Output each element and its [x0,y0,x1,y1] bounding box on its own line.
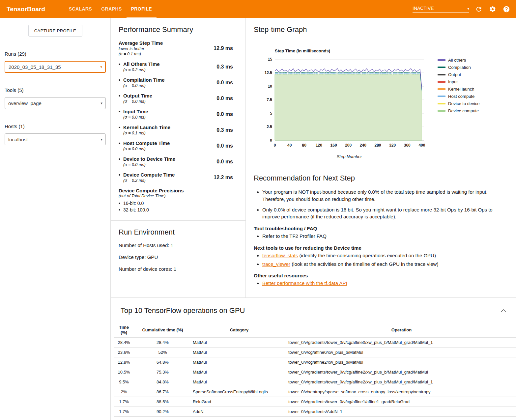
svg-text:160: 160 [330,143,337,148]
tools-select[interactable]: overview_page ▾ [5,97,106,109]
summary-item-label: •Host Compute Time [119,140,208,146]
reco-bullet: Your program is NOT input-bound because … [262,188,508,203]
table-row: 23.6%52%MatMultower_0/v/cg/affine0/xw_pl… [114,348,516,357]
header-tabs: SCALARSGRAPHSPROFILE [64,0,157,18]
svg-text:15: 15 [268,57,272,62]
hosts-label: Hosts (1) [5,124,110,129]
column-header: Time (%) [114,322,134,338]
top-ops-table: Time (%)Cumulative time (%)CategoryOpera… [114,322,516,420]
summary-item-value: 12.9 ms [208,45,233,51]
run-environment-lines: Number of Hosts used: 1Device type: GPUN… [119,242,238,272]
bullet-icon: • [119,108,123,115]
summary-item-text: •Kernel Launch Time(σ = 0.1 ms) [119,124,208,136]
settings-gear-icon[interactable] [488,5,497,14]
precisions-items: •16-bit: 0.0•32-bit: 100.0 [119,200,238,213]
precision-item: •16-bit: 0.0 [119,200,238,207]
svg-text:240: 240 [360,143,366,148]
table-row: 1.7%91.9%ApplyGradientDescentappend_appl… [114,417,516,420]
svg-text:12.5: 12.5 [265,70,272,75]
svg-text:200: 200 [345,143,352,148]
summary-item-label-text: Device Compute Time [123,172,175,178]
reco-sub-item: Better performance with the tf.data API [262,280,508,287]
reco-sub-item: trace_viewer (look at the activities on … [262,261,508,268]
summary-item-note: (σ = 0.1 ms) [123,130,208,136]
summary-item-value: 0.3 ms [208,64,233,70]
svg-text:40: 40 [287,143,292,148]
cell-category: MatMul [191,367,287,377]
reco-sections: Tool troubleshooting / FAQRefer to the T… [254,226,508,287]
summary-item-label-text: Kernel Launch Time [123,125,170,130]
summary-item-note: (σ = 0.1 ms) [119,51,208,57]
cell-time: 10.5% [114,367,134,377]
cell-operation: tower_0/v/gradients/tower_0/v/cg/affine2… [287,377,516,387]
column-header: Category [191,322,287,338]
summary-item-note: (σ = 0.0 ms) [123,115,208,120]
cell-category: MatMul [191,348,287,357]
cell-category: AddN [191,407,287,417]
cell-operation: append_apply_gradient_ops/GradientDescen… [287,417,516,420]
summary-item-text: •All Others Time(σ = 0.2 ms) [119,61,208,72]
header-actions: INACTIVE ▾ [413,0,511,18]
chart-legend: All othersCompilationOutputInputKernel l… [438,48,479,159]
summary-item-text: •Device to Device Time(σ = 0.0 ms) [119,156,208,167]
step-time-graph-title: Step-time Graph [254,25,508,34]
main-content: Performance Summary Average Step Timelow… [110,18,516,420]
legend-item: Input [438,79,479,84]
reco-link[interactable]: tensorflow_stats [262,253,298,258]
legend-label: Device to device [448,101,479,106]
legend-item: Host compute [438,94,479,99]
cell-time: 1.7% [114,407,134,417]
chevron-up-icon[interactable] [500,306,507,315]
reco-sub-list: Refer to the TF2 Profiler FAQ [254,233,508,240]
tab-profile[interactable]: PROFILE [127,0,157,18]
hosts-select-value: localhost [8,137,28,142]
summary-item-label: •Input Time [119,108,208,115]
svg-text:5: 5 [270,111,272,116]
table-row: 9.5%84.8%MatMultower_0/v/gradients/tower… [114,377,516,387]
runs-select[interactable]: 2020_03_05_18_31_35 ▾ [5,61,106,73]
reco-bullets: Your program is NOT input-bound because … [254,188,508,220]
bullet-icon: • [119,93,123,99]
table-row: 2%86.7%SparseSoftmaxCrossEntropyWithLogi… [114,387,516,397]
cell-time: 28.4% [114,338,134,348]
cell-cumulative: 52% [134,348,191,357]
status-dropdown[interactable]: INACTIVE ▾ [413,6,469,13]
env-line: Device type: GPU [119,254,238,260]
capture-profile-button[interactable]: CAPTURE PROFILE [28,25,82,37]
table-row: 1.7%90.2%AddNtower_0/v/gradients/AddN_1 [114,407,516,417]
precision-item-text: 16-bit: 0.0 [123,201,144,206]
env-line: Number of device cores: 1 [119,266,238,272]
table-header-row: Time (%)Cumulative time (%)CategoryOpera… [114,322,516,338]
tab-scalars[interactable]: SCALARS [64,0,97,18]
reco-link[interactable]: trace_viewer [262,261,290,267]
reco-link[interactable]: Better performance with the tf.data API [262,280,347,286]
svg-text:80: 80 [302,143,307,148]
svg-text:10: 10 [268,84,272,89]
summary-item-text: Average Step Timelower is better(σ = 0.1… [119,40,208,57]
summary-item: Average Step Timelower is better(σ = 0.1… [119,40,238,57]
reco-sub-list: tensorflow_stats (identify the time-cons… [254,252,508,268]
legend-swatch [438,74,445,75]
svg-text:280: 280 [374,143,381,148]
chart-title: Step Time (in milliseconds) [275,48,433,53]
refresh-icon[interactable] [474,5,483,14]
tools-select-value: overview_page [8,100,42,106]
summary-item: •Compilation Time(σ = 0.0 ms)0.0 ms [119,77,238,88]
cell-operation: tower_0/v/gradients/tower_0/v/cg/affine2… [287,367,516,377]
legend-label: Compilation [448,65,471,70]
column-header: Cumulative time (%) [134,322,191,338]
summary-item: •Device to Device Time(σ = 0.0 ms)0.0 ms [119,156,238,167]
svg-text:2.5: 2.5 [267,125,272,129]
bullet-icon: • [119,77,123,83]
hosts-select[interactable]: localhost ▾ [5,133,106,145]
svg-text:120: 120 [316,143,322,148]
table-row: 12.8%64.8%MatMultower_0/v/cg/affine2/xw_… [114,357,516,367]
cell-cumulative: 28.4% [134,338,191,348]
summary-item-note: (σ = 0.0 ms) [123,99,208,104]
summary-item-label: Average Step Time [119,40,208,46]
svg-text:0: 0 [270,138,272,143]
help-icon[interactable] [502,5,511,14]
summary-item-label-text: All Others Time [123,61,160,67]
tab-graphs[interactable]: GRAPHS [97,0,126,18]
tools-label: Tools (5) [5,87,110,93]
